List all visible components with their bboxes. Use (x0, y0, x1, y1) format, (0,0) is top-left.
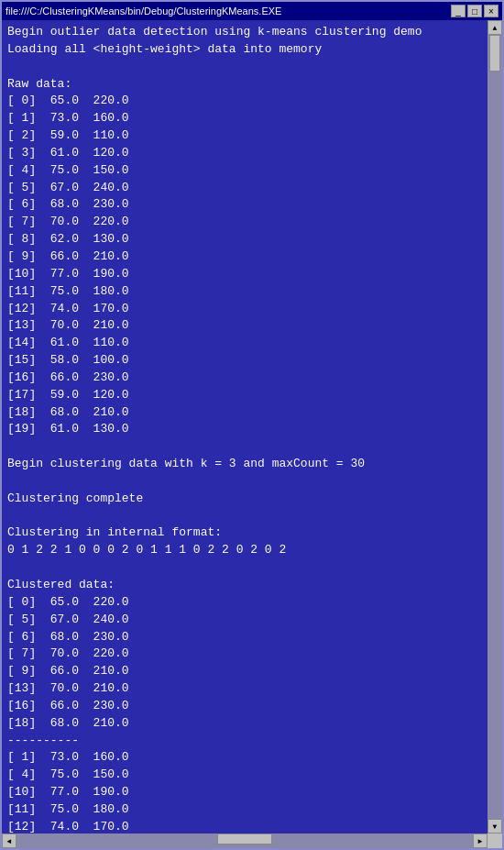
vertical-scrollbar[interactable]: ▲ ▼ (488, 20, 502, 833)
horizontal-scrollbar[interactable]: ◄ ► (2, 833, 488, 848)
minimize-button[interactable]: _ (451, 5, 466, 17)
console-output: Begin outlier data detection using k-mea… (7, 24, 482, 833)
title-bar: file:///C:/ClusteringKMeans/bin/Debug/Cl… (2, 2, 502, 20)
main-window: file:///C:/ClusteringKMeans/bin/Debug/Cl… (0, 0, 504, 850)
scroll-track-horizontal[interactable] (16, 833, 473, 848)
scroll-left-button[interactable]: ◄ (2, 833, 16, 848)
scrollbar-corner (488, 833, 502, 848)
window-title: file:///C:/ClusteringKMeans/bin/Debug/Cl… (5, 6, 281, 17)
scroll-track-vertical[interactable] (488, 35, 502, 819)
console-area: Begin outlier data detection using k-mea… (2, 20, 488, 833)
scroll-up-button[interactable]: ▲ (488, 20, 502, 35)
maximize-button[interactable]: □ (467, 5, 482, 17)
close-button[interactable]: × (484, 5, 499, 17)
scroll-thumb-horizontal[interactable] (217, 833, 272, 844)
scroll-thumb-vertical[interactable] (489, 35, 500, 72)
scroll-down-button[interactable]: ▼ (488, 819, 502, 833)
window-controls: _ □ × (451, 5, 499, 17)
scroll-right-button[interactable]: ► (473, 833, 488, 848)
